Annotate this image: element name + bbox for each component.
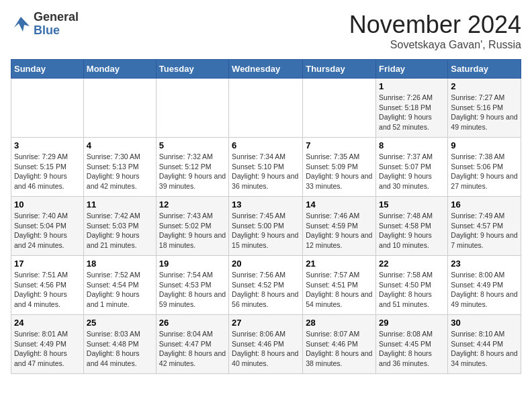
header-sunday: Sunday bbox=[11, 60, 84, 79]
day-number: 14 bbox=[306, 199, 373, 210]
day-info-line: Sunrise: 8:00 AM bbox=[451, 271, 504, 279]
day-number: 2 bbox=[451, 81, 518, 91]
day-info-line: Sunset: 5:12 PM bbox=[159, 163, 212, 171]
day-info-line: Daylight: 9 hours and 33 minutes. bbox=[306, 172, 372, 190]
day-info-line: Sunset: 4:53 PM bbox=[159, 281, 212, 289]
day-info-line: Daylight: 8 hours and 44 minutes. bbox=[87, 349, 140, 367]
day-info-line: Sunrise: 7:56 AM bbox=[232, 271, 285, 279]
day-info-line: Sunrise: 7:43 AM bbox=[159, 212, 213, 220]
location-title: Sovetskaya Gavan', Russia bbox=[349, 39, 521, 51]
calendar-cell: 5Sunrise: 7:32 AMSunset: 5:12 PMDaylight… bbox=[156, 138, 228, 197]
calendar-cell: 29Sunrise: 8:08 AMSunset: 4:45 PMDayligh… bbox=[376, 315, 448, 374]
day-info: Sunrise: 8:00 AMSunset: 4:49 PMDaylight:… bbox=[451, 270, 518, 310]
day-info-line: Daylight: 9 hours and 42 minutes. bbox=[87, 172, 140, 190]
day-number: 20 bbox=[232, 259, 300, 269]
day-info-line: Sunset: 4:49 PM bbox=[14, 340, 66, 348]
day-number: 12 bbox=[159, 199, 226, 210]
header-tuesday: Tuesday bbox=[156, 60, 228, 79]
calendar-cell: 7Sunrise: 7:35 AMSunset: 5:09 PMDaylight… bbox=[303, 138, 376, 197]
day-info-line: Daylight: 9 hours and 27 minutes. bbox=[451, 172, 517, 190]
day-info-line: Daylight: 9 hours and 49 minutes. bbox=[451, 113, 517, 131]
day-info: Sunrise: 8:08 AMSunset: 4:45 PMDaylight:… bbox=[379, 329, 445, 369]
day-info-line: Sunset: 4:54 PM bbox=[87, 281, 139, 289]
day-number: 7 bbox=[306, 140, 373, 150]
calendar-cell: 24Sunrise: 8:01 AMSunset: 4:49 PMDayligh… bbox=[11, 315, 84, 374]
day-info-line: Sunset: 5:16 PM bbox=[451, 103, 503, 111]
calendar-cell: 25Sunrise: 8:03 AMSunset: 4:48 PMDayligh… bbox=[83, 315, 156, 374]
day-number: 15 bbox=[379, 199, 445, 210]
logo-general: General bbox=[34, 11, 79, 24]
day-number: 21 bbox=[306, 259, 373, 269]
day-number: 17 bbox=[14, 259, 81, 269]
day-info-line: Sunset: 4:47 PM bbox=[159, 340, 212, 348]
day-info-line: Sunrise: 7:32 AM bbox=[159, 152, 213, 161]
day-info-line: Daylight: 9 hours and 1 minute. bbox=[87, 290, 140, 308]
day-info-line: Daylight: 8 hours and 47 minutes. bbox=[14, 349, 67, 367]
calendar-cell: 3Sunrise: 7:29 AMSunset: 5:15 PMDaylight… bbox=[11, 138, 84, 197]
day-info-line: Sunrise: 7:48 AM bbox=[379, 212, 433, 220]
day-info-line: Sunset: 5:15 PM bbox=[14, 163, 66, 171]
day-number: 22 bbox=[379, 259, 445, 269]
day-info-line: Sunset: 4:44 PM bbox=[451, 340, 503, 348]
day-info-line: Sunrise: 7:35 AM bbox=[306, 152, 359, 161]
day-info-line: Sunrise: 8:07 AM bbox=[306, 330, 359, 338]
header: General Blue November 2024 Sovetskaya Ga… bbox=[11, 11, 521, 51]
day-info-line: Sunrise: 7:37 AM bbox=[379, 152, 433, 161]
day-info-line: Sunrise: 7:45 AM bbox=[232, 212, 285, 220]
day-number: 16 bbox=[451, 199, 518, 210]
day-info-line: Sunrise: 7:46 AM bbox=[306, 212, 359, 220]
day-number: 19 bbox=[159, 259, 226, 269]
day-info-line: Daylight: 8 hours and 51 minutes. bbox=[379, 290, 432, 308]
calendar-cell: 17Sunrise: 7:51 AMSunset: 4:56 PMDayligh… bbox=[11, 256, 84, 315]
logo-blue: Blue bbox=[34, 24, 79, 38]
day-number: 23 bbox=[451, 259, 518, 269]
day-info: Sunrise: 7:38 AMSunset: 5:06 PMDaylight:… bbox=[451, 152, 518, 191]
day-number: 18 bbox=[87, 259, 153, 269]
day-info-line: Sunset: 5:13 PM bbox=[87, 163, 139, 171]
calendar-cell: 22Sunrise: 7:58 AMSunset: 4:50 PMDayligh… bbox=[376, 256, 448, 315]
calendar-week-1: 1Sunrise: 7:26 AMSunset: 5:18 PMDaylight… bbox=[11, 79, 521, 138]
header-thursday: Thursday bbox=[303, 60, 376, 79]
day-info-line: Sunset: 4:45 PM bbox=[379, 340, 431, 348]
day-info-line: Sunset: 4:56 PM bbox=[14, 281, 66, 289]
day-info-line: Sunrise: 7:27 AM bbox=[451, 93, 504, 101]
day-info-line: Sunset: 5:10 PM bbox=[232, 163, 284, 171]
day-info-line: Daylight: 8 hours and 54 minutes. bbox=[306, 290, 372, 308]
day-number: 24 bbox=[14, 318, 81, 328]
logo-icon bbox=[11, 14, 31, 34]
day-info: Sunrise: 7:57 AMSunset: 4:51 PMDaylight:… bbox=[306, 270, 373, 310]
calendar-cell: 26Sunrise: 8:04 AMSunset: 4:47 PMDayligh… bbox=[156, 315, 228, 374]
calendar-cell: 15Sunrise: 7:48 AMSunset: 4:58 PMDayligh… bbox=[376, 197, 448, 256]
header-saturday: Saturday bbox=[448, 60, 521, 79]
day-info-line: Daylight: 8 hours and 42 minutes. bbox=[159, 349, 226, 367]
day-info-line: Sunrise: 7:52 AM bbox=[87, 271, 140, 279]
day-info: Sunrise: 7:27 AMSunset: 5:16 PMDaylight:… bbox=[451, 93, 518, 132]
day-info-line: Sunset: 5:02 PM bbox=[159, 222, 212, 230]
calendar-cell: 19Sunrise: 7:54 AMSunset: 4:53 PMDayligh… bbox=[156, 256, 228, 315]
day-info-line: Sunset: 5:07 PM bbox=[379, 163, 431, 171]
day-info-line: Daylight: 9 hours and 7 minutes. bbox=[451, 231, 517, 249]
day-info: Sunrise: 7:40 AMSunset: 5:04 PMDaylight:… bbox=[14, 211, 81, 250]
day-info-line: Sunrise: 8:04 AM bbox=[159, 330, 213, 338]
calendar-cell bbox=[83, 79, 156, 138]
calendar-cell: 20Sunrise: 7:56 AMSunset: 4:52 PMDayligh… bbox=[229, 256, 303, 315]
day-info-line: Sunset: 4:46 PM bbox=[232, 340, 284, 348]
day-info-line: Sunset: 4:46 PM bbox=[306, 340, 358, 348]
day-number: 4 bbox=[87, 140, 153, 150]
day-info: Sunrise: 7:34 AMSunset: 5:10 PMDaylight:… bbox=[232, 152, 300, 191]
day-info-line: Daylight: 8 hours and 56 minutes. bbox=[232, 290, 298, 308]
day-info: Sunrise: 7:26 AMSunset: 5:18 PMDaylight:… bbox=[379, 93, 445, 132]
day-info-line: Sunset: 4:50 PM bbox=[379, 281, 431, 289]
calendar-cell: 4Sunrise: 7:30 AMSunset: 5:13 PMDaylight… bbox=[83, 138, 156, 197]
day-info-line: Sunrise: 7:38 AM bbox=[451, 152, 504, 161]
day-number: 29 bbox=[379, 318, 445, 328]
day-info-line: Daylight: 9 hours and 46 minutes. bbox=[14, 172, 67, 190]
day-info: Sunrise: 7:51 AMSunset: 4:56 PMDaylight:… bbox=[14, 270, 81, 310]
calendar-week-2: 3Sunrise: 7:29 AMSunset: 5:15 PMDaylight… bbox=[11, 138, 521, 197]
day-info-line: Sunrise: 8:10 AM bbox=[451, 330, 504, 338]
logo: General Blue bbox=[11, 11, 79, 38]
day-info-line: Sunrise: 7:42 AM bbox=[87, 212, 140, 220]
day-info-line: Daylight: 9 hours and 10 minutes. bbox=[379, 231, 432, 249]
calendar-cell: 27Sunrise: 8:06 AMSunset: 4:46 PMDayligh… bbox=[229, 315, 303, 374]
calendar-week-5: 24Sunrise: 8:01 AMSunset: 4:49 PMDayligh… bbox=[11, 315, 521, 374]
